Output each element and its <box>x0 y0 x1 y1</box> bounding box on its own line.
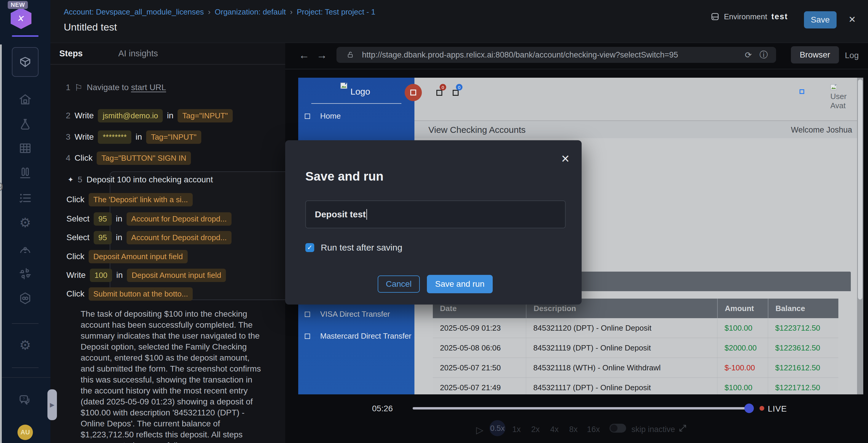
substep-row-5[interactable]: Write 100 in Deposit Amount input field <box>66 268 226 282</box>
forward-icon[interactable]: → <box>317 49 327 61</box>
url-bar[interactable]: http://stage.dbank.prod-apps.relicx.ai:8… <box>337 47 776 63</box>
step-connector: in <box>116 233 122 242</box>
grid-icon <box>19 142 32 155</box>
sidebar-item-settings[interactable]: ⚙ <box>0 216 51 229</box>
breadcrumb-account[interactable]: Account: Devspace_all_module_licenses <box>64 7 204 17</box>
substep-row-2[interactable]: Select 95 in Account for Deposit dropd..… <box>66 212 231 226</box>
step-row-3[interactable]: 3 Write ******** in Tag="INPUT" <box>66 130 201 144</box>
sidebar-item-lab[interactable] <box>0 118 51 131</box>
substep-row-4[interactable]: Click Deposit Amount input field <box>66 249 188 264</box>
test-name-input[interactable]: Deposit test <box>305 201 566 228</box>
playback-knob[interactable] <box>744 404 754 413</box>
selector-pill[interactable]: Tag="BUTTON" SIGN IN <box>97 151 191 165</box>
tab-browser[interactable]: Browser <box>791 46 839 63</box>
bank-nav-label: VISA Direct Transfer <box>320 309 390 319</box>
tab-steps[interactable]: Steps <box>59 49 83 58</box>
save-button[interactable]: Save <box>804 11 837 28</box>
run-after-saving-row[interactable]: ✓ Run test after saving <box>305 242 402 253</box>
app-logo[interactable] <box>11 8 31 29</box>
table-row[interactable]: 2025-05-08 06:06 845321119 (DPT) - Onlin… <box>433 338 838 358</box>
step-number: 2 <box>66 111 70 120</box>
start-url-link[interactable]: start URL <box>131 83 166 92</box>
user-avatar[interactable]: AU <box>18 424 33 440</box>
sidebar-item-admin-settings[interactable]: ⚙ <box>0 338 51 352</box>
bank-nav-home[interactable]: Home <box>305 112 341 121</box>
step-connector: in <box>116 270 123 280</box>
step-action: Click <box>66 252 85 261</box>
sidebar-item-integrations[interactable] <box>0 292 51 305</box>
step-row-2[interactable]: 2 Write jsmith@demo.io in Tag="INPUT" <box>66 109 233 123</box>
bank-user-avatar[interactable] <box>405 84 422 101</box>
user-avatar-broken-image[interactable]: User Avat <box>830 84 847 110</box>
selector-pill[interactable]: Submit button at the botto... <box>89 287 193 301</box>
tab-ai-insights[interactable]: AI insights <box>118 49 158 58</box>
substep-row-1[interactable]: Click The 'Deposit' link with a si... <box>66 193 193 207</box>
checkbox-checked-icon[interactable]: ✓ <box>305 243 314 252</box>
viewport-scrollbar-thumb[interactable] <box>858 80 862 299</box>
notification-icon[interactable] <box>436 90 442 96</box>
cancel-button[interactable]: Cancel <box>378 275 420 293</box>
bank-nav-visa[interactable]: VISA Direct Transfer <box>305 309 390 319</box>
gear-icon: ⚙ <box>19 338 31 352</box>
selector-pill[interactable]: Tag="INPUT" <box>178 109 233 122</box>
flag-icon: ⚐ <box>75 83 83 93</box>
message-icon[interactable] <box>453 90 459 96</box>
table-row[interactable]: 2025-05-07 21:50 845321118 (WTH) - Onlin… <box>433 358 838 378</box>
save-and-run-button[interactable]: Save and run <box>427 275 493 293</box>
selector-pill[interactable]: Deposit Amount input field <box>89 250 188 263</box>
close-icon[interactable]: ✕ <box>848 14 856 25</box>
speed-4x[interactable]: 4x <box>550 425 559 434</box>
table-row[interactable]: 2025-05-07 21:49 845321117 (DPT) - Onlin… <box>433 378 838 394</box>
play-icon[interactable]: ▷ <box>476 424 484 436</box>
value-pill[interactable]: 95 <box>94 231 112 244</box>
sidebar-item-support[interactable] <box>0 242 51 255</box>
skip-inactive-toggle[interactable] <box>610 424 626 433</box>
back-icon[interactable]: ← <box>299 49 309 61</box>
panel-collapse-handle[interactable]: ▶ <box>48 389 57 420</box>
col-header-balance[interactable]: Balance <box>768 299 838 318</box>
refresh-icon[interactable]: ⟳ <box>745 50 752 60</box>
environment-selector[interactable]: Environment test <box>710 12 788 21</box>
step-row-4[interactable]: 4 Click Tag="BUTTON" SIGN IN <box>66 151 191 165</box>
sidebar-item-slack[interactable] <box>0 267 51 280</box>
selector-pill[interactable]: Tag="INPUT" <box>146 130 201 144</box>
playback-track[interactable] <box>413 407 752 410</box>
sidebar-item-suites[interactable] <box>0 142 51 155</box>
value-pill[interactable]: ******** <box>98 130 131 144</box>
info-icon[interactable]: ⓘ <box>760 49 768 60</box>
breadcrumb-project[interactable]: Project: Test project - 1 <box>297 7 375 17</box>
step-row-1[interactable]: 1 ⚐ Navigate to start URL <box>66 80 166 95</box>
selector-pill[interactable]: Deposit Amount input field <box>127 269 226 282</box>
speed-16x[interactable]: 16x <box>587 425 600 434</box>
speed-2x[interactable]: 2x <box>531 425 540 434</box>
selector-pill[interactable]: Account for Deposit dropd... <box>127 212 231 226</box>
breadcrumb-organization[interactable]: Organization: default <box>215 7 286 17</box>
bank-sidebar-divider <box>311 103 401 104</box>
sidebar-item-help[interactable]: ? <box>0 393 51 407</box>
selector-pill[interactable]: Account for Deposit dropd... <box>127 231 231 244</box>
substep-row-3[interactable]: Select 95 in Account for Deposit dropd..… <box>66 230 231 245</box>
tab-log[interactable]: Log <box>845 51 859 60</box>
bank-logo[interactable]: Logo <box>340 83 370 97</box>
value-pill[interactable]: jsmith@demo.io <box>98 109 163 122</box>
table-row[interactable]: 2025-05-09 01:23 845321120 (DPT) - Onlin… <box>433 318 838 338</box>
url-text[interactable]: http://stage.dbank.prod-apps.relicx.ai:8… <box>362 51 678 60</box>
group-header-row[interactable]: ✦ 5 Deposit 100 into checking account <box>68 173 213 187</box>
speed-0.5x[interactable]: 0.5x <box>490 420 505 436</box>
test-name-value: Deposit test <box>315 209 366 219</box>
value-pill[interactable]: 95 <box>94 212 112 226</box>
modal-close-icon[interactable]: ✕ <box>561 153 570 165</box>
sidebar-item-test-tubes[interactable] <box>0 166 51 180</box>
sidebar-item-runs[interactable] <box>0 191 51 205</box>
selector-pill[interactable]: The 'Deposit' link with a si... <box>89 193 193 206</box>
sidebar-item-tests-active[interactable] <box>12 47 38 77</box>
bank-nav-mastercard[interactable]: Mastercard Direct Transfer <box>305 331 411 341</box>
speed-8x[interactable]: 8x <box>569 425 578 434</box>
col-header-amount[interactable]: Amount <box>717 299 768 318</box>
value-pill[interactable]: 100 <box>90 269 112 282</box>
cell-amount: $100.00 <box>717 318 768 338</box>
speed-1x[interactable]: 1x <box>512 425 521 434</box>
substep-row-6[interactable]: Click Submit button at the botto... <box>66 287 193 301</box>
sidebar-item-home[interactable] <box>0 92 51 106</box>
expand-icon[interactable] <box>678 423 688 433</box>
